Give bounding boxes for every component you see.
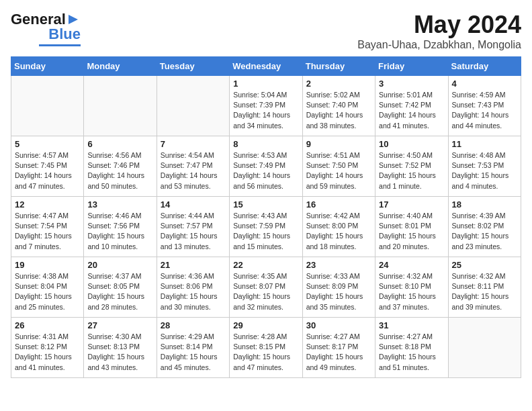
calendar-cell: 15Sunrise: 4:43 AM Sunset: 7:59 PM Dayli… [230, 197, 302, 257]
days-header-row: SundayMondayTuesdayWednesdayThursdayFrid… [11, 57, 521, 76]
day-number: 26 [15, 320, 80, 330]
calendar-cell: 16Sunrise: 4:42 AM Sunset: 8:00 PM Dayli… [302, 197, 375, 257]
day-info: Sunrise: 4:43 AM Sunset: 7:59 PM Dayligh… [233, 211, 298, 252]
page-header: General Blue May 2024 Bayan-Uhaa, Dzabkh… [11, 11, 521, 51]
header-monday: Monday [84, 57, 157, 76]
header-tuesday: Tuesday [157, 57, 229, 76]
week-row-3: 12Sunrise: 4:47 AM Sunset: 7:54 PM Dayli… [11, 197, 521, 257]
day-number: 3 [379, 79, 444, 89]
calendar-cell: 11Sunrise: 4:48 AM Sunset: 7:53 PM Dayli… [448, 136, 521, 197]
day-info: Sunrise: 4:46 AM Sunset: 7:56 PM Dayligh… [87, 211, 152, 252]
month-title: May 2024 [357, 11, 521, 39]
day-number: 14 [161, 199, 226, 210]
day-info: Sunrise: 4:36 AM Sunset: 8:06 PM Dayligh… [161, 271, 226, 312]
calendar-cell: 13Sunrise: 4:46 AM Sunset: 7:56 PM Dayli… [84, 197, 157, 257]
title-block: May 2024 Bayan-Uhaa, Dzabkhan, Mongolia [357, 11, 521, 51]
day-info: Sunrise: 4:47 AM Sunset: 7:54 PM Dayligh… [15, 211, 80, 252]
day-number: 5 [15, 139, 80, 149]
day-number: 16 [306, 199, 371, 210]
day-info: Sunrise: 4:31 AM Sunset: 8:12 PM Dayligh… [15, 332, 80, 373]
day-number: 29 [233, 320, 298, 330]
day-info: Sunrise: 4:32 AM Sunset: 8:11 PM Dayligh… [452, 271, 517, 312]
day-number: 13 [87, 199, 152, 210]
day-info: Sunrise: 4:29 AM Sunset: 8:14 PM Dayligh… [161, 332, 226, 373]
calendar-table: SundayMondayTuesdayWednesdayThursdayFrid… [11, 56, 521, 378]
calendar-cell: 20Sunrise: 4:37 AM Sunset: 8:05 PM Dayli… [84, 257, 157, 318]
location-title: Bayan-Uhaa, Dzabkhan, Mongolia [357, 39, 521, 51]
calendar-cell: 25Sunrise: 4:32 AM Sunset: 8:11 PM Dayli… [448, 257, 521, 318]
calendar-cell: 4Sunrise: 4:59 AM Sunset: 7:43 PM Daylig… [448, 76, 521, 136]
calendar-cell: 22Sunrise: 4:35 AM Sunset: 8:07 PM Dayli… [230, 257, 302, 318]
calendar-cell [157, 76, 229, 136]
calendar-cell: 14Sunrise: 4:44 AM Sunset: 7:57 PM Dayli… [157, 197, 229, 257]
week-row-5: 26Sunrise: 4:31 AM Sunset: 8:12 PM Dayli… [11, 318, 521, 378]
day-info: Sunrise: 4:35 AM Sunset: 8:07 PM Dayligh… [233, 271, 298, 312]
day-info: Sunrise: 5:04 AM Sunset: 7:39 PM Dayligh… [233, 90, 298, 131]
day-number: 18 [452, 199, 517, 210]
header-wednesday: Wednesday [230, 57, 302, 76]
day-number: 2 [306, 79, 371, 89]
logo: General Blue [11, 11, 81, 46]
day-number: 30 [306, 320, 371, 330]
day-number: 8 [233, 139, 298, 149]
calendar-cell: 5Sunrise: 4:57 AM Sunset: 7:45 PM Daylig… [11, 136, 84, 197]
day-info: Sunrise: 4:54 AM Sunset: 7:47 PM Dayligh… [161, 150, 226, 191]
day-info: Sunrise: 4:27 AM Sunset: 8:18 PM Dayligh… [379, 332, 444, 373]
day-info: Sunrise: 4:50 AM Sunset: 7:52 PM Dayligh… [379, 150, 444, 191]
calendar-cell [11, 76, 84, 136]
day-number: 10 [379, 139, 444, 149]
week-row-1: 1Sunrise: 5:04 AM Sunset: 7:39 PM Daylig… [11, 76, 521, 136]
day-info: Sunrise: 4:53 AM Sunset: 7:49 PM Dayligh… [233, 150, 298, 191]
day-number: 17 [379, 199, 444, 210]
day-number: 15 [233, 199, 298, 210]
day-info: Sunrise: 4:57 AM Sunset: 7:45 PM Dayligh… [15, 150, 80, 191]
calendar-cell [84, 76, 157, 136]
calendar-cell: 6Sunrise: 4:56 AM Sunset: 7:46 PM Daylig… [84, 136, 157, 197]
day-info: Sunrise: 4:44 AM Sunset: 7:57 PM Dayligh… [161, 211, 226, 252]
calendar-cell: 7Sunrise: 4:54 AM Sunset: 7:47 PM Daylig… [157, 136, 229, 197]
day-info: Sunrise: 4:27 AM Sunset: 8:17 PM Dayligh… [306, 332, 371, 373]
header-sunday: Sunday [11, 57, 84, 76]
logo-underline [39, 44, 81, 46]
day-number: 6 [87, 139, 152, 149]
day-info: Sunrise: 4:30 AM Sunset: 8:13 PM Dayligh… [87, 332, 152, 373]
header-saturday: Saturday [448, 57, 521, 76]
day-info: Sunrise: 4:32 AM Sunset: 8:10 PM Dayligh… [379, 271, 444, 312]
logo-arrow-icon [66, 12, 81, 27]
day-info: Sunrise: 4:38 AM Sunset: 8:04 PM Dayligh… [15, 271, 80, 312]
day-number: 22 [233, 260, 298, 270]
calendar-cell: 24Sunrise: 4:32 AM Sunset: 8:10 PM Dayli… [375, 257, 448, 318]
calendar-cell: 18Sunrise: 4:39 AM Sunset: 8:02 PM Dayli… [448, 197, 521, 257]
calendar-cell: 19Sunrise: 4:38 AM Sunset: 8:04 PM Dayli… [11, 257, 84, 318]
day-info: Sunrise: 4:42 AM Sunset: 8:00 PM Dayligh… [306, 211, 371, 252]
day-info: Sunrise: 4:51 AM Sunset: 7:50 PM Dayligh… [306, 150, 371, 191]
calendar-cell: 17Sunrise: 4:40 AM Sunset: 8:01 PM Dayli… [375, 197, 448, 257]
day-info: Sunrise: 5:01 AM Sunset: 7:42 PM Dayligh… [379, 90, 444, 131]
day-info: Sunrise: 4:56 AM Sunset: 7:46 PM Dayligh… [87, 150, 152, 191]
day-info: Sunrise: 4:48 AM Sunset: 7:53 PM Dayligh… [452, 150, 517, 191]
calendar-cell: 26Sunrise: 4:31 AM Sunset: 8:12 PM Dayli… [11, 318, 84, 378]
day-number: 31 [379, 320, 444, 330]
day-number: 4 [452, 79, 517, 89]
calendar-cell: 8Sunrise: 4:53 AM Sunset: 7:49 PM Daylig… [230, 136, 302, 197]
calendar-cell: 10Sunrise: 4:50 AM Sunset: 7:52 PM Dayli… [375, 136, 448, 197]
calendar-cell: 21Sunrise: 4:36 AM Sunset: 8:06 PM Dayli… [157, 257, 229, 318]
day-number: 11 [452, 139, 517, 149]
calendar-cell: 30Sunrise: 4:27 AM Sunset: 8:17 PM Dayli… [302, 318, 375, 378]
header-thursday: Thursday [302, 57, 375, 76]
week-row-2: 5Sunrise: 4:57 AM Sunset: 7:45 PM Daylig… [11, 136, 521, 197]
day-info: Sunrise: 4:39 AM Sunset: 8:02 PM Dayligh… [452, 211, 517, 252]
day-number: 19 [15, 260, 80, 270]
day-info: Sunrise: 4:28 AM Sunset: 8:15 PM Dayligh… [233, 332, 298, 373]
header-friday: Friday [375, 57, 448, 76]
week-row-4: 19Sunrise: 4:38 AM Sunset: 8:04 PM Dayli… [11, 257, 521, 318]
day-number: 21 [161, 260, 226, 270]
day-info: Sunrise: 4:59 AM Sunset: 7:43 PM Dayligh… [452, 90, 517, 131]
calendar-cell: 28Sunrise: 4:29 AM Sunset: 8:14 PM Dayli… [157, 318, 229, 378]
day-number: 20 [87, 260, 152, 270]
day-number: 28 [161, 320, 226, 330]
day-number: 27 [87, 320, 152, 330]
calendar-cell: 27Sunrise: 4:30 AM Sunset: 8:13 PM Dayli… [84, 318, 157, 378]
calendar-cell [448, 318, 521, 378]
calendar-cell: 1Sunrise: 5:04 AM Sunset: 7:39 PM Daylig… [230, 76, 302, 136]
